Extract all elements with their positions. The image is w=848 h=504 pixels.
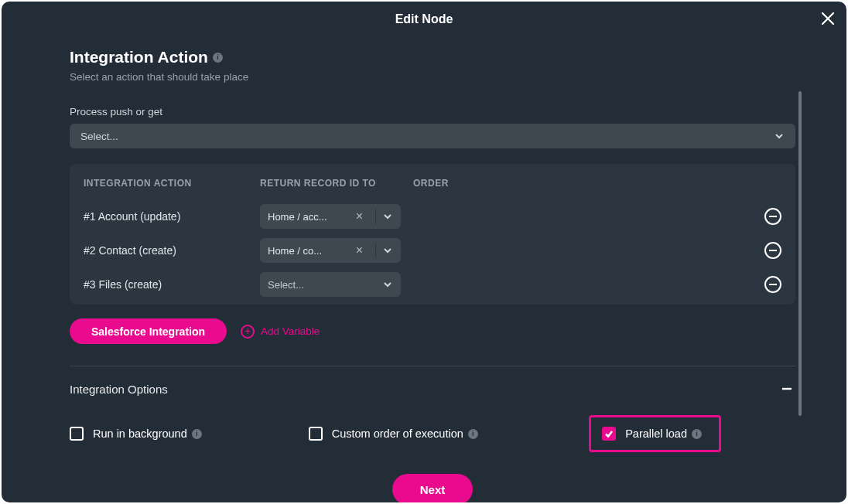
header-return: RETURN RECORD ID TO [260,178,413,189]
row-action-label: #2 Contact (create) [84,244,260,257]
clear-icon[interactable]: × [353,210,366,223]
checkbox-label: Run in background i [93,427,202,440]
section-title: Integration Action i [70,48,223,66]
return-value: Home / co... [268,245,348,257]
checkbox-icon [309,427,323,441]
options-title: Integration Options [70,383,168,396]
checkbox-icon [602,427,616,441]
row-action-label: #1 Account (update) [84,210,260,223]
chevron-down-icon [382,211,393,222]
info-icon[interactable]: i [192,429,202,439]
info-icon[interactable]: i [213,53,223,63]
options-row: Run in background i Custom order of exec… [70,415,795,452]
edit-node-dialog: Edit Node Integration Action i Select an… [2,2,846,502]
row-action-label: #3 Files (create) [84,278,260,291]
collapse-button[interactable] [778,380,795,398]
dialog-title: Edit Node [2,12,846,26]
custom-order-option[interactable]: Custom order of execution i [309,427,478,441]
return-select[interactable]: Home / acc... × [260,204,401,229]
checkbox-icon [70,427,84,441]
add-variable-label: Add Variable [261,325,320,337]
return-placeholder: Select... [268,279,378,291]
remove-row-button[interactable] [764,276,781,293]
process-select-placeholder: Select... [80,131,118,142]
checkbox-label: Parallel load i [625,427,702,440]
remove-row-button[interactable] [764,242,781,259]
process-select[interactable]: Select... [70,124,795,148]
header-action: INTEGRATION ACTION [84,178,260,189]
section-title-text: Integration Action [70,48,208,66]
chevron-down-icon [382,245,393,256]
add-variable-button[interactable]: Add Variable [241,325,320,339]
parallel-load-highlight: Parallel load i [589,415,721,452]
chevron-down-icon [774,131,785,141]
integration-table: INTEGRATION ACTION RETURN RECORD ID TO O… [70,164,795,305]
divider [70,366,795,366]
plus-circle-icon [241,325,255,339]
table-row: #3 Files (create) Select... [84,267,781,301]
close-button[interactable] [817,8,839,29]
clear-icon[interactable]: × [353,244,366,257]
table-row: #2 Contact (create) Home / co... × [84,233,781,267]
return-select[interactable]: Select... [260,272,401,297]
dialog-header: Edit Node [2,2,846,36]
actions-row: Salesforce Integration Add Variable [70,318,795,344]
checkbox-label: Custom order of execution i [332,427,478,440]
chevron-down-icon [382,279,393,290]
return-select[interactable]: Home / co... × [260,238,401,263]
section-subtitle: Select an action that should take place [70,71,795,83]
run-in-background-option[interactable]: Run in background i [70,427,202,441]
dialog-body: Integration Action i Select an action th… [2,36,846,502]
options-header: Integration Options [70,380,795,398]
parallel-load-option[interactable]: Parallel load i [602,427,702,441]
process-label: Process push or get [70,106,795,117]
table-header: INTEGRATION ACTION RETURN RECORD ID TO O… [84,178,781,189]
salesforce-integration-button[interactable]: Salesforce Integration [70,318,227,344]
info-icon[interactable]: i [692,429,702,439]
next-button[interactable]: Next [392,474,474,502]
scrollbar[interactable] [798,91,802,416]
header-order: ORDER [413,178,755,189]
return-value: Home / acc... [268,211,348,223]
minus-icon [781,383,792,394]
info-icon[interactable]: i [468,429,478,439]
remove-row-button[interactable] [764,208,781,225]
table-row: #1 Account (update) Home / acc... × [84,199,781,233]
close-icon [821,12,835,26]
